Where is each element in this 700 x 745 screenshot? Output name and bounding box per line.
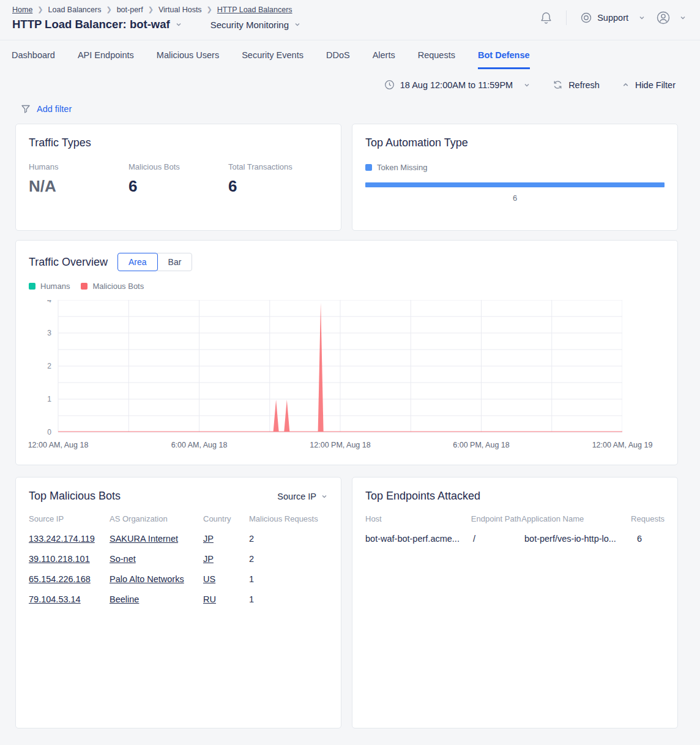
col-malicious-requests: Malicious Requests [249,514,328,523]
tab-api-endpoints[interactable]: API Endpoints [78,40,134,69]
as-org-link[interactable]: SAKURA Internet [110,534,178,544]
hide-filter-button[interactable]: Hide Filter [622,80,676,90]
source-ip-link[interactable]: 39.110.218.101 [29,554,90,564]
breadcrumb-home[interactable]: Home [12,6,32,14]
top-bar: Home ❯ Load Balancers ❯ bot-perf ❯ Virtu… [0,0,700,40]
source-ip-link[interactable]: 79.104.53.14 [29,594,81,604]
as-org-link[interactable]: Palo Alto Networks [110,574,184,584]
col-source-ip: Source IP [29,514,110,523]
group-by-label: Source IP [277,492,316,501]
x-axis-label: 12:00 PM, Aug 18 [310,441,370,449]
refresh-icon [553,80,563,90]
requests-value: 6 [636,534,665,544]
requests-value: 2 [249,534,328,544]
x-axis-label: 12:00 AM, Aug 19 [592,441,653,449]
view-selector-dropdown[interactable]: Security Monitoring [210,20,301,30]
legend-token-missing: Token Missing [365,163,427,172]
tab-security-events[interactable]: Security Events [242,40,303,69]
traffic-types-card: Traffic Types Humans N/A Malicious Bots … [15,124,341,231]
tab-malicious-users[interactable]: Malicious Users [157,40,219,69]
automation-bar[interactable] [365,182,665,187]
toggle-bar-button[interactable]: Bar [157,253,193,271]
table-row: bot-waf-bot-perf.acme... / bot-perf/ves-… [365,534,665,544]
support-icon [580,12,592,24]
col-requests: Requests [631,514,665,523]
add-filter-button[interactable]: Add filter [21,104,72,114]
top-endpoints-attacked-card: Top Endpoints Attacked Host Endpoint Pat… [352,477,678,728]
traffic-chart-svg: 01234 [29,300,622,437]
group-by-dropdown[interactable]: Source IP [277,492,328,501]
page-title: HTTP Load Balancer: bot-waf [12,18,170,31]
as-org-link[interactable]: Beeline [110,594,139,604]
table-header: Host Endpoint Path Application Name Requ… [365,514,665,523]
table-row: 79.104.53.14 Beeline RU 1 [29,594,328,604]
tab-bot-defense[interactable]: Bot Defense [478,40,530,69]
legend-swatch [81,283,88,290]
table-row: 133.242.174.119 SAKURA Internet JP 2 [29,534,328,544]
chevron-down-icon [679,14,687,21]
country-link[interactable]: JP [203,534,214,544]
refresh-button[interactable]: Refresh [553,80,600,90]
stat-total-transactions: Total Transactions 6 [228,162,328,196]
support-label: Support [597,13,628,23]
source-ip-link[interactable]: 65.154.226.168 [29,574,91,584]
account-menu[interactable] [655,10,687,26]
endpoint-path-value: / [473,534,524,544]
breadcrumb-http-load-balancers[interactable]: HTTP Load Balancers [217,6,292,14]
hide-filter-label: Hide Filter [635,80,676,90]
legend-swatch [365,164,372,171]
notifications-bell-icon[interactable] [540,11,553,25]
country-link[interactable]: RU [203,594,216,604]
stat-value: N/A [29,177,128,196]
col-host: Host [365,514,471,523]
as-org-link[interactable]: So-net [110,554,136,564]
time-range-picker[interactable]: 18 Aug 12:00AM to 11:59PM [384,80,531,90]
breadcrumb-load-balancers[interactable]: Load Balancers [48,6,102,14]
stat-value: 6 [228,177,328,196]
col-country: Country [203,514,249,523]
breadcrumb-separator: ❯ [106,6,111,13]
breadcrumb-bot-perf[interactable]: bot-perf [117,6,143,14]
svg-text:0: 0 [47,428,51,436]
col-endpoint-path: Endpoint Path [471,514,522,523]
refresh-label: Refresh [568,80,600,90]
traffic-overview-chart: 01234 12:00 AM, Aug 186:00 AM, Aug 1812:… [29,300,665,455]
tab-dashboard[interactable]: Dashboard [12,40,55,69]
svg-text:1: 1 [47,395,51,403]
requests-value: 1 [249,574,328,584]
support-menu[interactable]: Support [580,12,646,24]
toggle-area-button[interactable]: Area [117,253,158,271]
tabs-bar: Dashboard API Endpoints Malicious Users … [0,40,700,69]
stat-label: Malicious Bots [128,162,228,171]
top-automation-type-card: Top Automation Type Token Missing 6 [352,124,678,231]
legend-humans: Humans [29,282,70,291]
x-axis-label: 6:00 AM, Aug 18 [171,441,228,449]
legend-label: Humans [40,282,70,291]
stat-value: 6 [128,177,228,196]
tab-ddos[interactable]: DDoS [326,40,350,69]
table-row: 65.154.226.168 Palo Alto Networks US 1 [29,574,328,584]
table-row: 39.110.218.101 So-net JP 2 [29,554,328,564]
top-malicious-bots-card: Top Malicious Bots Source IP Source IP A… [15,477,341,728]
chevron-down-icon[interactable] [175,21,182,28]
chevron-down-icon [638,14,646,21]
legend-label: Token Missing [377,163,427,172]
breadcrumb-separator: ❯ [207,6,212,13]
breadcrumb-separator: ❯ [148,6,154,13]
account-icon [655,10,671,26]
country-link[interactable]: US [203,574,215,584]
table-header: Source IP AS Organization Country Malici… [29,514,328,523]
chevron-down-icon [294,21,301,28]
x-axis-label: 12:00 AM, Aug 18 [28,441,89,449]
svg-text:4: 4 [47,300,51,304]
requests-value: 1 [249,594,328,604]
tab-alerts[interactable]: Alerts [373,40,395,69]
country-link[interactable]: JP [203,554,214,564]
breadcrumb-virtual-hosts[interactable]: Virtual Hosts [158,6,202,14]
top-endpoints-title: Top Endpoints Attacked [365,490,665,503]
requests-value: 2 [249,554,328,564]
tab-requests[interactable]: Requests [418,40,455,69]
application-name-value: bot-perf/ves-io-http-lo... [524,534,636,544]
col-as-organization: AS Organization [110,514,203,523]
source-ip-link[interactable]: 133.242.174.119 [29,534,95,544]
